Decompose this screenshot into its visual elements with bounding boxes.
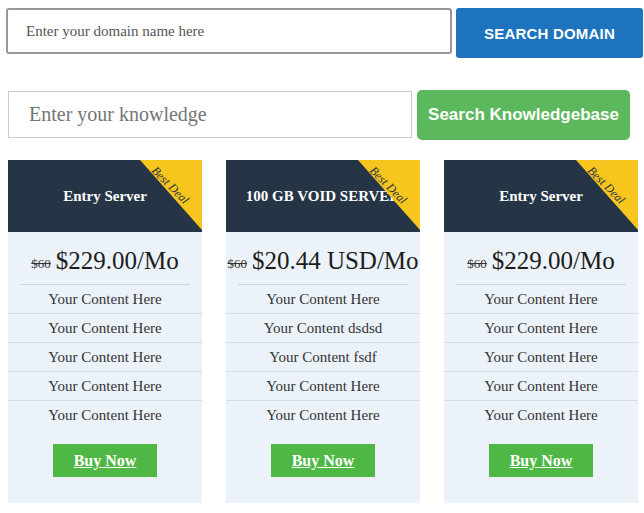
price: $229.00/Mo (492, 247, 615, 275)
pricing-card: Entry Server Best Deal $60 $229.00/Mo Yo… (8, 160, 202, 503)
feature-row: Your Content Here (8, 343, 202, 372)
pricing-card-header: Entry Server Best Deal (444, 160, 638, 232)
price-row: $60 $20.44 USD/Mo (226, 232, 420, 284)
feature-row: Your Content Here (8, 314, 202, 343)
feature-row: Your Content dsdsd (226, 314, 420, 343)
feature-row: Your Content Here (226, 285, 420, 314)
feature-row: Your Content fsdf (226, 343, 420, 372)
feature-row: Your Content Here (444, 401, 638, 430)
old-price: $60 (467, 256, 487, 272)
search-domain-button[interactable]: SEARCH DOMAIN (456, 8, 643, 58)
pricing-card: Entry Server Best Deal $60 $229.00/Mo Yo… (444, 160, 638, 503)
feature-row: Your Content Here (226, 401, 420, 430)
old-price: $60 (227, 256, 247, 272)
price: $229.00/Mo (56, 247, 179, 275)
feature-row: Your Content Here (8, 285, 202, 314)
price-row: $60 $229.00/Mo (444, 232, 638, 284)
knowledgebase-search-input[interactable] (8, 91, 412, 138)
pricing-card-title: Entry Server (63, 188, 147, 205)
pricing-card-title: Entry Server (499, 188, 583, 205)
search-knowledgebase-button[interactable]: Search Knowledgebase (417, 90, 630, 140)
buy-now-button[interactable]: Buy Now (271, 444, 375, 477)
feature-row: Your Content Here (8, 372, 202, 401)
old-price: $60 (31, 256, 51, 272)
feature-row: Your Content Here (226, 372, 420, 401)
page: SEARCH DOMAIN Search Knowledgebase Entry… (0, 0, 644, 513)
price: $20.44 USD/Mo (252, 247, 419, 275)
pricing-card: 100 GB VOID SERVER Best Deal $60 $20.44 … (226, 160, 420, 503)
feature-row: Your Content Here (444, 372, 638, 401)
buy-now-button[interactable]: Buy Now (53, 444, 157, 477)
pricing-card-header: Entry Server Best Deal (8, 160, 202, 232)
feature-row: Your Content Here (444, 285, 638, 314)
feature-row: Your Content Here (8, 401, 202, 430)
domain-search-input[interactable] (6, 8, 452, 54)
feature-row: Your Content Here (444, 343, 638, 372)
feature-row: Your Content Here (444, 314, 638, 343)
price-row: $60 $229.00/Mo (8, 232, 202, 284)
buy-now-button[interactable]: Buy Now (489, 444, 593, 477)
pricing-card-header: 100 GB VOID SERVER Best Deal (226, 160, 420, 232)
